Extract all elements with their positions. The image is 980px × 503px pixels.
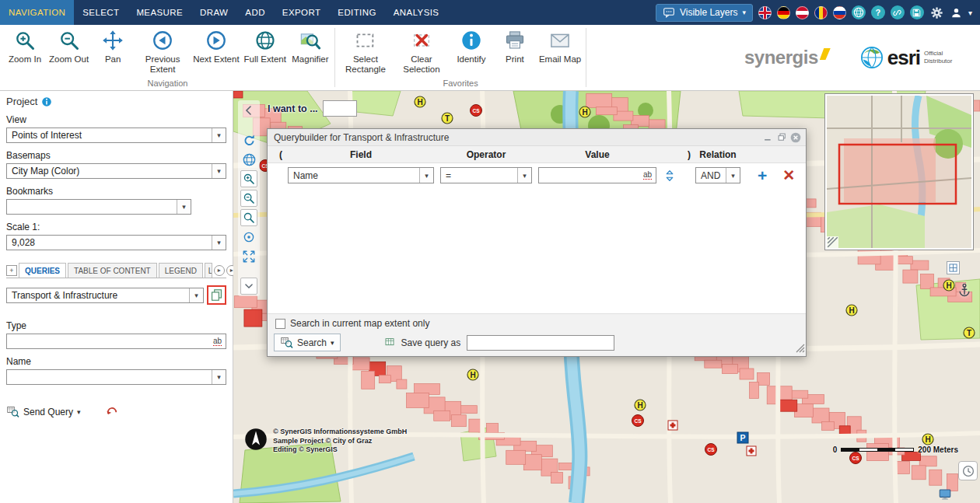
- column-operator: Operator: [440, 149, 532, 160]
- menu-tab-navigation[interactable]: NAVIGATION: [0, 0, 74, 25]
- svg-text:CS: CS: [707, 447, 715, 452]
- zoom-out-button[interactable]: Zoom Out: [47, 26, 91, 77]
- clear-selection-button[interactable]: Clear Selection: [394, 26, 450, 77]
- tab-legend[interactable]: LEGEND: [159, 263, 203, 278]
- reset-query-button[interactable]: [105, 403, 119, 420]
- language-flag-english[interactable]: [758, 6, 772, 19]
- add-condition-button[interactable]: +: [758, 167, 767, 183]
- basemaps-select[interactable]: City Map (Color): [6, 163, 226, 179]
- language-flag-german[interactable]: [777, 6, 790, 19]
- bookmarks-select[interactable]: [6, 199, 191, 215]
- search-button[interactable]: Search ▾: [274, 334, 341, 351]
- time-slider-button[interactable]: [958, 461, 978, 480]
- gear-icon[interactable]: [929, 5, 944, 20]
- query-layer-select[interactable]: Transport & Infrastructure: [6, 288, 204, 303]
- zoom-in-button[interactable]: Zoom In: [3, 26, 47, 77]
- session-monitor-icon[interactable]: [938, 487, 952, 501]
- tab-truncated[interactable]: L: [205, 263, 212, 278]
- pan-button[interactable]: Pan: [91, 26, 135, 77]
- zoom-out-tool-button[interactable]: [240, 190, 257, 207]
- esri-logo: esri Official Distributor: [860, 46, 966, 70]
- user-menu-chevron-icon[interactable]: ▾: [968, 9, 972, 17]
- field-select[interactable]: Name: [288, 167, 434, 183]
- save-query-input[interactable]: [467, 335, 614, 351]
- brand-area: synergis esri Official Distributor: [744, 25, 977, 90]
- link-icon[interactable]: [891, 5, 905, 19]
- i-want-to-input[interactable]: [323, 100, 357, 117]
- app-window: NAVIGATION SELECT MEASURE DRAW ADD EXPOR…: [0, 0, 980, 503]
- full-extent-tool-button[interactable]: [240, 151, 257, 168]
- envelope-icon: [549, 26, 571, 54]
- name-select[interactable]: [6, 369, 226, 385]
- restore-button[interactable]: [775, 131, 789, 144]
- help-icon[interactable]: ?: [871, 5, 885, 19]
- center-map-button[interactable]: [240, 229, 257, 246]
- view-select[interactable]: Points of Interest: [6, 127, 226, 143]
- refresh-icon: [242, 133, 257, 148]
- collapse-panel-button[interactable]: [240, 102, 257, 119]
- full-extent-button[interactable]: Full Extent: [242, 26, 289, 77]
- svg-text:H: H: [925, 435, 930, 444]
- resize-grip[interactable]: [796, 344, 805, 355]
- overview-collapse-button[interactable]: [827, 236, 838, 248]
- menu-tab-select[interactable]: SELECT: [74, 0, 128, 25]
- copy-query-button[interactable]: [207, 285, 226, 305]
- save-icon[interactable]: [910, 5, 924, 19]
- menu-tab-add[interactable]: ADD: [236, 0, 273, 25]
- magnifier-button[interactable]: Magnifier: [289, 26, 332, 77]
- zoom-in-tool-button[interactable]: [240, 170, 257, 187]
- close-button[interactable]: [789, 131, 803, 144]
- next-extent-button[interactable]: Next Extent: [191, 26, 241, 77]
- menu-tab-editing[interactable]: EDITING: [329, 0, 384, 25]
- language-flag-austrian[interactable]: [796, 6, 809, 19]
- querybuilder-titlebar[interactable]: Querybuilder for Transport & Infrastruct…: [268, 129, 806, 146]
- tab-table-of-content[interactable]: TABLE OF CONTENT: [68, 263, 157, 278]
- project-panel: Project View Points of Interest Basemaps…: [0, 91, 233, 503]
- type-label: Type: [6, 320, 226, 331]
- svg-text:CS: CS: [852, 456, 859, 461]
- operator-select[interactable]: =: [440, 167, 532, 183]
- overview-map[interactable]: [824, 93, 974, 250]
- ribbon-group-navigation: Zoom In Zoom Out Pan Previous Extent Nex…: [3, 25, 332, 90]
- map-anchor-icon[interactable]: [957, 281, 972, 299]
- info-icon[interactable]: [41, 96, 52, 107]
- identify-button[interactable]: Identify: [450, 26, 493, 77]
- minimize-button[interactable]: [761, 131, 775, 144]
- menu-tab-measure[interactable]: MEASURE: [128, 0, 191, 25]
- remove-condition-button[interactable]: ✕: [782, 168, 795, 183]
- search-button-label: Search: [297, 337, 327, 348]
- scale-bar: 0 200 Meters: [833, 445, 958, 454]
- send-query-button[interactable]: Send Query ▾: [6, 405, 81, 418]
- zoom-window-tool-button[interactable]: [240, 209, 257, 226]
- scale-select[interactable]: 9,028: [6, 235, 226, 250]
- swap-values-button[interactable]: [656, 169, 683, 183]
- svg-text:P: P: [740, 433, 745, 442]
- visible-layers-button[interactable]: Visible Layers ▾: [656, 4, 753, 22]
- menu-tab-export[interactable]: EXPORT: [274, 0, 329, 25]
- language-flag-romanian[interactable]: [814, 6, 828, 19]
- scale-select-value: 9,028: [12, 237, 35, 248]
- extent-checkbox[interactable]: [275, 319, 285, 329]
- select-rectangle-button[interactable]: Select Rectangle: [338, 26, 394, 77]
- value-input-wrap: ab: [538, 167, 656, 183]
- value-input[interactable]: [539, 168, 643, 183]
- language-flag-russian[interactable]: [833, 6, 846, 19]
- expand-extent-button[interactable]: [240, 248, 257, 265]
- tab-add-button[interactable]: +: [6, 265, 17, 276]
- menu-tab-draw[interactable]: DRAW: [191, 0, 236, 25]
- user-icon[interactable]: [950, 6, 963, 19]
- globe-icon[interactable]: [852, 5, 866, 19]
- refresh-map-button[interactable]: [240, 131, 257, 148]
- identify-label: Identify: [457, 54, 485, 65]
- chevron-down-icon: ▾: [742, 9, 746, 16]
- more-tools-button[interactable]: [240, 278, 257, 295]
- overview-pin-button[interactable]: [947, 261, 960, 274]
- relation-select[interactable]: AND: [695, 167, 740, 183]
- previous-extent-button[interactable]: Previous Extent: [135, 26, 191, 77]
- menu-tab-analysis[interactable]: ANALYSIS: [385, 0, 448, 25]
- print-button[interactable]: Print: [493, 26, 537, 77]
- tab-queries[interactable]: QUERIES: [19, 263, 66, 278]
- type-input[interactable]: [7, 334, 213, 348]
- tab-scroll-right-button[interactable]: ▸: [214, 265, 225, 276]
- email-map-button[interactable]: Email Map: [537, 26, 583, 77]
